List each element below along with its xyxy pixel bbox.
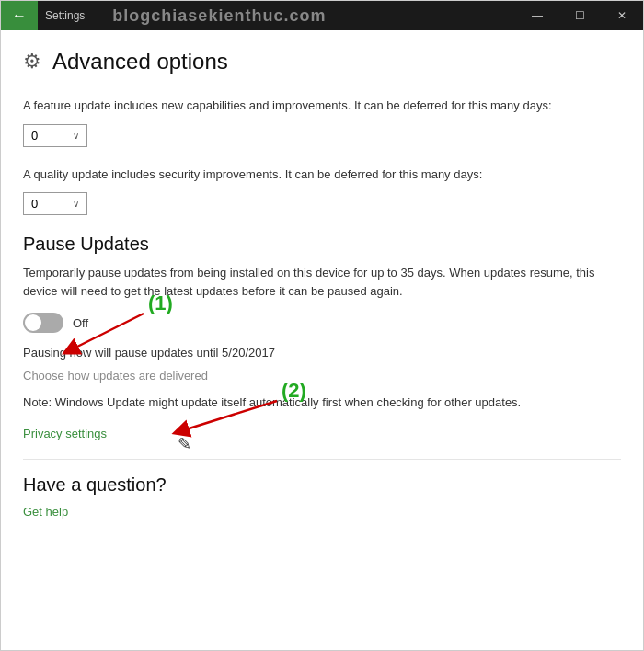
settings-label: Settings xyxy=(45,9,85,22)
watermark-text: blogchiasekienthuc.com xyxy=(112,6,326,26)
get-help-link[interactable]: Get help xyxy=(23,505,68,519)
toggle-knob xyxy=(25,314,41,331)
back-icon: ← xyxy=(12,7,27,24)
feature-update-label: A feature update includes new capabiliti… xyxy=(23,97,621,115)
pause-toggle-row: Off xyxy=(23,313,621,333)
toggle-label: Off xyxy=(73,316,88,330)
window-controls: — ☐ ✕ xyxy=(516,1,643,30)
feature-dropdown-value: 0 xyxy=(31,129,38,143)
section-divider xyxy=(23,459,621,460)
close-button[interactable]: ✕ xyxy=(601,1,643,30)
privacy-settings-link[interactable]: Privacy settings xyxy=(23,427,621,440)
feature-update-section: A feature update includes new capabiliti… xyxy=(23,97,621,147)
quality-update-section: A quality update includes security impro… xyxy=(23,166,621,216)
content-area: ⚙ Advanced options A feature update incl… xyxy=(1,30,643,650)
maximize-button[interactable]: ☐ xyxy=(558,1,601,30)
have-question-heading: Have a question? xyxy=(23,474,621,496)
minimize-button[interactable]: — xyxy=(516,1,558,30)
note-text: Note: Windows Update might update itself… xyxy=(23,394,621,412)
dropdown-arrow-icon: ∨ xyxy=(73,131,79,141)
pause-updates-heading: Pause Updates xyxy=(23,234,621,255)
pause-updates-description: Temporarily pause updates from being ins… xyxy=(23,264,621,300)
pause-info-text: Pausing now will pause updates until 5/2… xyxy=(23,346,621,360)
page-title: Advanced options xyxy=(52,49,228,74)
gear-icon: ⚙ xyxy=(23,50,41,74)
quality-dropdown-arrow-icon: ∨ xyxy=(73,199,79,209)
quality-dropdown[interactable]: 0 ∨ xyxy=(23,192,87,215)
feature-dropdown[interactable]: 0 ∨ xyxy=(23,124,87,147)
pause-toggle[interactable] xyxy=(23,313,63,333)
back-button[interactable]: ← xyxy=(1,1,38,30)
quality-update-label: A quality update includes security impro… xyxy=(23,166,621,184)
choose-delivery-link[interactable]: Choose how updates are delivered xyxy=(23,369,621,383)
window: ← Settings blogchiasekienthuc.com — ☐ ✕ … xyxy=(0,0,644,651)
titlebar: ← Settings blogchiasekienthuc.com — ☐ ✕ xyxy=(1,1,643,30)
quality-dropdown-value: 0 xyxy=(31,197,38,211)
page-header: ⚙ Advanced options xyxy=(23,49,621,74)
